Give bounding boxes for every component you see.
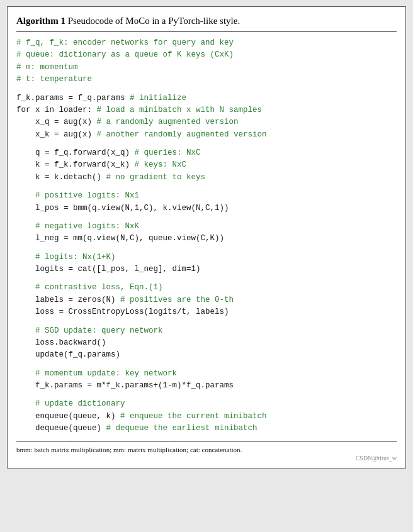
code-line: f_k.params = f_q.params # initialize	[16, 92, 397, 104]
code-line: loss.backward()	[16, 337, 397, 349]
code-line: k = f_k.forward(x_k) # keys: NxC	[16, 159, 397, 171]
code-line: l_neg = mm(q.view(N,C), queue.view(C,K))	[16, 233, 397, 245]
code-line: # f_q, f_k: encoder networks for query a…	[16, 37, 397, 49]
code-line: # negative logits: NxK	[16, 221, 397, 233]
code-line: for x in loader: # load a minibatch x wi…	[16, 104, 397, 116]
code-line: # update dictionary	[16, 398, 397, 410]
algorithm-description: Pseudocode of MoCo in a PyTorch-like sty…	[65, 16, 240, 26]
code-line: # SGD update: query network	[16, 325, 397, 337]
code-line: dequeue(queue) # dequeue the earliest mi…	[16, 423, 397, 435]
algorithm-box: Algorithm 1 Pseudocode of MoCo in a PyTo…	[7, 6, 406, 468]
watermark: CSDN@titus_w	[16, 455, 397, 462]
code-line: # positive logits: Nx1	[16, 190, 397, 202]
algorithm-label: Algorithm 1	[16, 16, 65, 26]
code-line: x_k = aug(x) # another randomly augmente…	[16, 129, 397, 141]
code-line	[16, 362, 397, 368]
code-line: loss = CrossEntropyLoss(logits/t, labels…	[16, 306, 397, 318]
code-line: labels = zeros(N) # positives are the 0-…	[16, 294, 397, 306]
algorithm-title: Algorithm 1 Pseudocode of MoCo in a PyTo…	[16, 14, 397, 32]
code-line: x_q = aug(x) # a randomly augmented vers…	[16, 116, 397, 128]
footer-line: bmm: batch matrix multiplication; mm: ma…	[16, 441, 397, 462]
code-line: # contrastive loss, Eqn.(1)	[16, 282, 397, 294]
code-line: # m: momentum	[16, 62, 397, 74]
code-line: f_k.params = m*f_k.params+(1-m)*f_q.para…	[16, 380, 397, 392]
code-line: # queue: dictionary as a queue of K keys…	[16, 49, 397, 61]
code-line: enqueue(queue, k) # enqueue the current …	[16, 411, 397, 423]
code-line: q = f_q.forward(x_q) # queries: NxC	[16, 147, 397, 159]
footer-text: bmm: batch matrix multiplication; mm: ma…	[16, 446, 242, 453]
code-line	[16, 184, 397, 190]
code-line	[16, 141, 397, 147]
code-line	[16, 275, 397, 282]
code-line: k = k.detach() # no gradient to keys	[16, 172, 397, 184]
code-line	[16, 214, 397, 221]
code-line: l_pos = bmm(q.view(N,1,C), k.view(N,C,1)…	[16, 202, 397, 214]
code-line	[16, 319, 397, 325]
code-line: update(f_q.params)	[16, 349, 397, 361]
code-line	[16, 392, 397, 398]
code-line	[16, 245, 397, 252]
code-line: # logits: Nx(1+K)	[16, 252, 397, 263]
code-line: # momentum update: key network	[16, 368, 397, 380]
code-line: logits = cat([l_pos, l_neg], dim=1)	[16, 263, 397, 275]
code-block: # f_q, f_k: encoder networks for query a…	[16, 37, 397, 435]
code-line: # t: temperature	[16, 74, 397, 86]
code-line	[16, 86, 397, 92]
